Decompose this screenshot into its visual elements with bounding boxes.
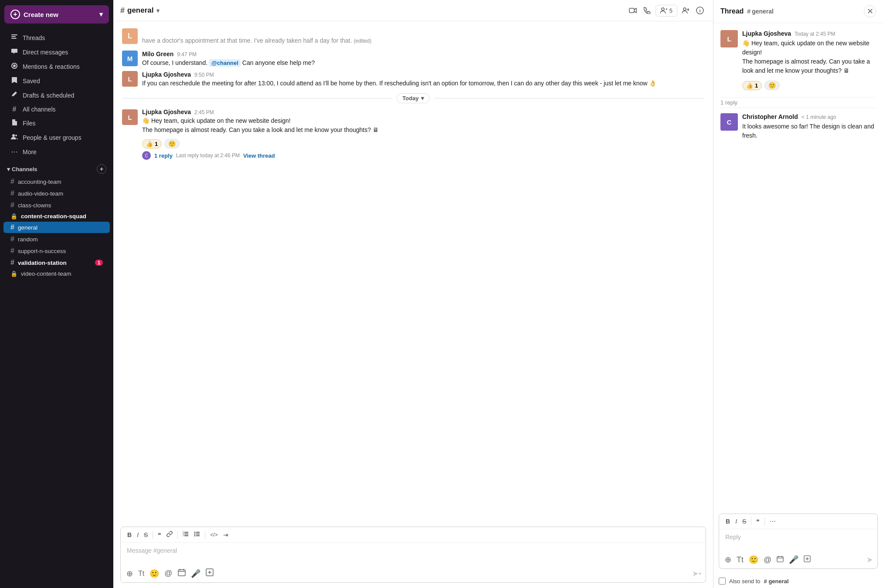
lock-icon: 🔒 [10,270,17,277]
thread-reply-input[interactable]: Reply [719,529,877,551]
call-button[interactable] [642,5,653,16]
svg-rect-18 [196,534,200,534]
threads-icon [10,34,18,42]
channel-item-general[interactable]: # general [3,222,110,233]
svg-rect-11 [184,535,188,536]
message-author: Milo Green [142,51,173,57]
bold-button[interactable]: B [125,530,134,540]
thread-channel: # general [747,8,774,15]
indent-button[interactable]: ⇥ [221,530,231,540]
add-reaction-button[interactable]: 🙂 [764,81,780,90]
thread-calendar-button[interactable] [775,554,785,566]
channel-item-random[interactable]: # random [3,233,110,245]
channel-item-validation-station[interactable]: # validation-station 1 [3,257,110,268]
thread-message-time: Today at 2:45 PM [795,31,835,37]
unordered-list-button[interactable] [192,530,202,540]
hash-icon: # [10,223,14,231]
hash-icon: # [10,247,14,255]
toolbar-separator [205,531,205,539]
strikethrough-button[interactable]: S [142,530,150,540]
add-channel-icon[interactable]: + [97,164,106,174]
also-send-checkbox[interactable] [719,578,726,585]
add-attachment-button[interactable]: ⊕ [125,568,134,580]
members-button[interactable]: 5 [655,5,677,17]
emoji-button[interactable]: 🙂 [148,568,160,580]
thread-title: Thread # general [720,7,860,15]
message-composer: B I S ❝ 123 </> ⇥ Message #general ⊕ Tt [120,527,706,583]
sidebar-item-more[interactable]: ⋯ More [3,145,110,159]
thread-send-button[interactable]: ➤ [866,555,873,564]
channel-item-content-creation-squad[interactable]: 🔒 content-creation-squad [3,211,110,221]
thread-composer: B I S ❝ ⋯ Reply ⊕ Tt 🙂 @ 🎤 ➤ [719,514,878,569]
thread-canvas-button[interactable] [802,554,812,566]
thread-audio-button[interactable]: 🎤 [788,554,800,566]
channel-item-class-clowns[interactable]: # class-clowns [3,199,110,211]
thread-message-text: 👋 Hey team, quick update on the new webs… [742,39,876,75]
close-thread-button[interactable]: ✕ [864,5,876,17]
channel-item-support-n-success[interactable]: # support-n-success [3,245,110,257]
message-input[interactable]: Message #general [121,543,706,564]
code-button[interactable]: </> [208,531,220,539]
svg-point-17 [194,534,196,535]
sidebar-item-saved[interactable]: Saved [3,74,110,88]
svg-point-7 [683,8,686,10]
today-label: Today [402,95,418,101]
thread-text-format-button[interactable]: Tt [735,554,745,566]
channel-item-audio-video-team[interactable]: # audio-video-team [3,188,110,199]
ordered-list-button[interactable]: 123 [180,530,191,540]
thread-strikethrough-button[interactable]: S [740,517,748,526]
reaction-thumbsup[interactable]: 👍 1 [742,81,762,90]
sidebar-item-all-channels[interactable]: # All channels [3,103,110,116]
thread-more-options-button[interactable]: ⋯ [768,517,778,526]
thread-add-attachment-button[interactable]: ⊕ [723,554,733,566]
send-button[interactable]: ➤ [692,569,699,578]
sidebar: + Create new ▾ Threads Direct messages M… [0,0,113,588]
thread-mention-button[interactable]: @ [762,554,773,566]
sidebar-item-files[interactable]: Files [3,116,110,130]
svg-point-4 [15,135,17,136]
message-text: have a doctor's appointment at that time… [142,36,704,45]
reaction-thumbsup[interactable]: 👍 1 [142,139,162,149]
channel-label: class-clowns [18,202,51,209]
channel-header: # general ▾ 5 [113,0,713,21]
channel-item-accounting-team[interactable]: # accounting-team [3,176,110,187]
sidebar-item-direct-messages[interactable]: Direct messages [3,45,110,59]
add-member-button[interactable] [680,5,691,16]
add-reaction-button[interactable]: 🙂 [164,139,180,149]
sidebar-item-drafts[interactable]: Drafts & scheduled [3,88,110,102]
send-options-button[interactable]: ▾ [699,571,701,577]
channels-section-header[interactable]: ▾ Channels + [0,161,113,176]
channel-name: general [127,6,153,15]
canvas-button[interactable] [204,567,215,580]
thread-italic-button[interactable]: I [733,517,739,526]
mention-button[interactable]: @ [163,568,173,579]
message-row: L have a doctor's appointment at that ti… [113,27,713,47]
thread-emoji-button[interactable]: 🙂 [747,554,760,566]
sidebar-item-threads[interactable]: Threads [3,31,110,45]
view-thread-link[interactable]: View thread [243,152,275,159]
channel-item-video-content-team[interactable]: 🔒 video-content-team [3,269,110,279]
link-button[interactable] [164,530,175,540]
thread-quote-button[interactable]: ❝ [754,517,762,526]
saved-icon [10,77,18,85]
today-badge[interactable]: Today ▾ [397,93,429,103]
thread-composer-actions: ⊕ Tt 🙂 @ 🎤 ➤ [719,551,877,568]
video-call-button[interactable] [627,5,639,16]
info-button[interactable] [694,4,706,17]
sidebar-item-people[interactable]: People & user groups [3,131,110,145]
audio-button[interactable]: 🎤 [190,568,202,580]
sidebar-item-mentions[interactable]: Mentions & reactions [3,60,110,74]
calendar-button[interactable] [177,567,187,580]
italic-button[interactable]: I [135,530,141,540]
quote-button[interactable]: ❝ [156,530,163,540]
lock-icon: 🔒 [10,213,17,220]
files-icon [10,119,18,128]
channel-title[interactable]: # general ▾ [120,6,160,15]
thread-bold-button[interactable]: B [723,517,732,526]
create-new-button[interactable]: + Create new ▾ [4,5,109,24]
message-content: Ljupka Gjosheva 9:50 PM If you can resch… [142,71,704,88]
svg-point-6 [662,8,664,10]
unread-badge: 1 [95,260,103,266]
text-format-button[interactable]: Tt [137,568,146,579]
thread-reply-count[interactable]: 1 reply [154,152,173,159]
